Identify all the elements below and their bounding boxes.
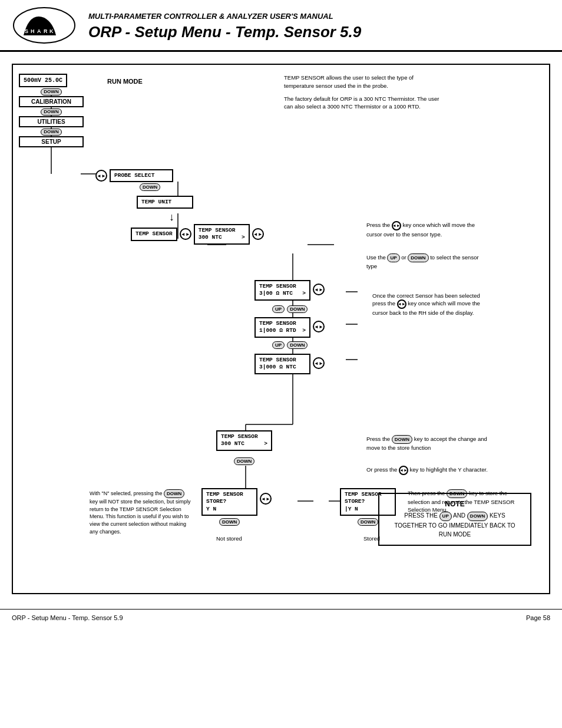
ts-below-box: TEMP SENSOR 300 NTC > <box>216 430 272 451</box>
enter-connector-1000: ◄► <box>313 321 325 332</box>
ts-1000-opt-box: TEMP SENSOR 1|000 Ω RTD > <box>254 317 310 338</box>
ts-3000-opt-l1: TEMP SENSOR <box>259 357 306 364</box>
run-mode-display: 500mV 25.0C <box>19 74 67 87</box>
enter-connector-store: ◄► <box>260 493 272 505</box>
down-icon-3: DOWN <box>41 129 61 136</box>
down-btn-2: DOWN <box>19 108 84 116</box>
svg-text:A: A <box>37 28 41 34</box>
enter-connector-ts: ◄► <box>180 228 191 240</box>
enter-connector-ts2: ◄► <box>252 228 264 240</box>
sensor-1000-row: TEMP SENSOR 1|000 Ω RTD > ◄► <box>254 317 325 338</box>
desc-para1: TEMP SENSOR allows the user to select th… <box>284 74 443 90</box>
updown-300-1000: UP DOWN <box>272 305 308 313</box>
store-n-enter: ◄► <box>260 493 272 505</box>
ts-300-ntc-box: TEMP SENSOR 300 NTC > <box>194 224 250 245</box>
enter-connector-probe: ◄► <box>95 170 107 182</box>
footer-right: Page 58 <box>526 614 550 621</box>
desc-press-down: Press the DOWN key to accept the change … <box>366 435 490 452</box>
store-n-l3: Y N <box>206 506 253 513</box>
down-icon-1: DOWN <box>41 88 61 95</box>
desc-or-enter: Or press the ◄► key to highlight the Y c… <box>366 466 490 475</box>
header-text: MULTI-PARAMETER CONTROLLER & ANALYZER US… <box>82 12 550 41</box>
svg-text:S: S <box>25 28 28 34</box>
header-subtitle: MULTI-PARAMETER CONTROLLER & ANALYZER US… <box>88 12 550 21</box>
main-content: 500mV 25.0C DOWN CALIBRATION DOWN UTILIT… <box>0 52 562 606</box>
ts-300-opt-box: TEMP SENSOR 3|00 Ω NTC > <box>254 280 310 301</box>
setup-menu: SETUP <box>19 136 84 147</box>
temp-sensor-main-row: TEMP SENSOR ◄► TEMP SENSOR 300 NTC > ◄► <box>131 224 264 245</box>
ts-300-opt-l2: 3|00 Ω NTC > <box>259 290 306 297</box>
ts-below-l2: 300 NTC > <box>221 440 267 447</box>
store-n-l1: TEMP SENSOR <box>206 491 253 498</box>
enter-icon-desc3: ◄► <box>399 466 408 475</box>
desc-para2: The factory default for ORP is a 300 NTC… <box>284 95 443 111</box>
down-btn-1000: DOWN <box>287 341 308 349</box>
ts-1000-opt-l2: 1|000 Ω RTD > <box>259 327 306 334</box>
ts-3000-opt-l2: 3|000 Ω NTC <box>259 364 306 371</box>
ts-1000-enter: ◄► <box>313 321 325 332</box>
ts-main-enter: ◄► <box>252 228 264 240</box>
ts-300-enter: ◄► <box>313 284 325 295</box>
down-icon-below: DOWN <box>234 457 254 465</box>
sensor-300-row: TEMP SENSOR 3|00 Ω NTC > ◄► <box>254 280 325 301</box>
logo: S H A R K <box>12 6 82 47</box>
enter-connector-300: ◄► <box>313 284 325 295</box>
diagram-box: 500mV 25.0C DOWN CALIBRATION DOWN UTILIT… <box>12 64 550 594</box>
description-block: TEMP SENSOR allows the user to select th… <box>284 74 443 111</box>
updown-1000-3000: UP DOWN <box>272 341 308 349</box>
down-btn-3: DOWN <box>19 128 84 136</box>
note-title: NOTE <box>388 500 521 508</box>
down-icon-2: DOWN <box>41 108 61 116</box>
desc-with-n: With "N" selected, pressing the DOWN key… <box>90 489 193 535</box>
down-icon-desc: DOWN <box>408 253 428 262</box>
desc-enter-key: Press the ◄► key once which will move th… <box>366 221 484 238</box>
probe-select-box: PROBE SELECT <box>110 169 173 182</box>
utilities-menu: UTILITIES <box>19 116 84 127</box>
store-n-section: TEMP SENSOR STORE? Y N ◄► <box>201 488 272 516</box>
down-below-ts: DOWN <box>234 457 254 465</box>
down-store-n: DOWN <box>219 518 240 526</box>
down-icon-n-desc: DOWN <box>164 489 184 498</box>
arrow-down-tu: ↓ <box>169 211 174 223</box>
up-btn-300: UP <box>272 305 285 313</box>
stored-label: Stored <box>363 535 380 542</box>
ts-enter-connector: ◄► <box>180 228 191 240</box>
calibration-menu: CALIBRATION <box>19 96 84 107</box>
down-store-y: DOWN <box>358 518 378 526</box>
sensor-3000-row: TEMP SENSOR 3|000 Ω NTC ◄► <box>254 354 325 374</box>
svg-text:R: R <box>44 28 48 34</box>
enter-icon-desc2: ◄► <box>397 299 406 309</box>
footer: ORP - Setup Menu - Temp. Sensor 5.9 Page… <box>0 609 562 626</box>
desc-once-correct: Once the correct Sensor has been selecte… <box>372 292 487 317</box>
down-icon-note: DOWN <box>467 512 488 521</box>
up-btn-1000: UP <box>272 341 285 349</box>
not-stored-label: Not stored <box>216 535 242 542</box>
ts-below-row: TEMP SENSOR 300 NTC > <box>216 430 272 451</box>
header-title: ORP - Setup Menu - Temp. Sensor 5.9 <box>88 23 550 41</box>
ts-below-l1: TEMP SENSOR <box>221 433 267 440</box>
up-icon-desc: UP <box>387 253 399 262</box>
down-icon-accept: DOWN <box>392 435 412 444</box>
store-n-box: TEMP SENSOR STORE? Y N <box>201 488 257 516</box>
down-icon-store-n: DOWN <box>219 518 240 526</box>
probe-select-row: ◄► PROBE SELECT <box>95 169 173 182</box>
svg-text:K: K <box>49 28 54 34</box>
down-probe: DOWN <box>140 183 160 191</box>
ts-3000-enter: ◄► <box>313 357 325 369</box>
down-icon-store-y: DOWN <box>358 518 378 526</box>
run-mode-label: RUN MODE <box>107 78 143 85</box>
note-text: PRESS THE UP AND DOWN KEYS TOGETHER TO G… <box>388 511 521 539</box>
header: S H A R K MULTI-PARAMETER CONTROLLER & A… <box>0 0 562 52</box>
note-box: NOTE PRESS THE UP AND DOWN KEYS TOGETHER… <box>378 493 531 546</box>
footer-left: ORP - Setup Menu - Temp. Sensor 5.9 <box>12 614 123 621</box>
down-btn-300: DOWN <box>287 305 308 313</box>
enter-connector-3000: ◄► <box>313 357 325 369</box>
ts-1000-opt-l1: TEMP SENSOR <box>259 320 306 327</box>
desc-updown-key: Use the UP or DOWN to select the sensor … <box>366 253 484 270</box>
ts-3000-opt-box: TEMP SENSOR 3|000 Ω NTC <box>254 354 310 374</box>
ts-300-line2: 300 NTC > <box>199 234 245 241</box>
enter-icon-desc1: ◄► <box>392 221 401 230</box>
temp-unit-row: TEMP UNIT <box>137 196 193 209</box>
ts-main-line1: TEMP SENSOR <box>135 230 173 238</box>
left-menu: 500mV 25.0C DOWN CALIBRATION DOWN UTILIT… <box>19 74 84 147</box>
